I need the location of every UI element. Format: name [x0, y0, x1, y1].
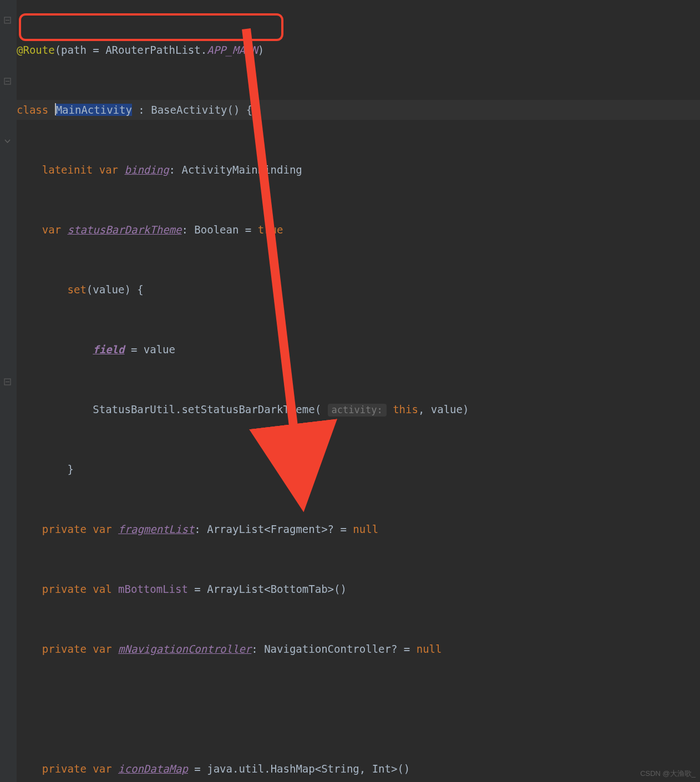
code-editor[interactable]: @Route(path = ARouterPathList.APP_MAIN) … — [17, 0, 700, 782]
code-line: lateinit var binding: ActivityMainBindin… — [17, 160, 700, 180]
code-line: var statusBarDarkTheme: Boolean = true — [17, 220, 700, 240]
code-line: @Route(path = ARouterPathList.APP_MAIN) — [17, 40, 700, 60]
code-line: } — [17, 459, 700, 479]
code-line: private var iconDataMap = java.util.Hash… — [17, 759, 700, 779]
code-line: set(value) { — [17, 280, 700, 299]
fold-minus-icon[interactable] — [4, 78, 11, 85]
fold-minus-icon[interactable] — [4, 378, 11, 385]
watermark: CSDN @大渔歌_ — [640, 769, 696, 779]
code-line: private var fragmentList: ArrayList<Frag… — [17, 519, 700, 539]
code-line: private val mBottomList = ArrayList<Bott… — [17, 579, 700, 599]
code-line: StatusBarUtil.setStatusBarDarkTheme( act… — [17, 399, 700, 419]
code-line: private var mNavigationController: Navig… — [17, 639, 700, 659]
code-line: field = value — [17, 339, 700, 359]
editor-gutter — [0, 0, 17, 782]
fold-close-icon[interactable] — [4, 138, 11, 145]
code-line — [17, 699, 700, 719]
fold-minus-icon[interactable] — [4, 17, 11, 24]
code-line-current: class MainActivity : BaseActivity() { — [17, 100, 700, 120]
